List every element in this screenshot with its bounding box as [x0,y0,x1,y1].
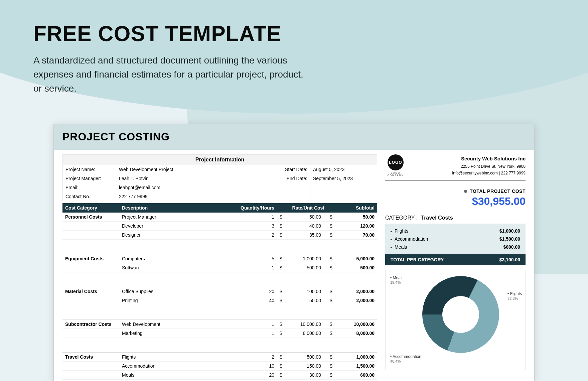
cell-desc: Web Development [119,320,237,329]
cell-category: Personnel Costs [62,213,119,222]
cell-currency: $ [277,263,287,272]
cell-category [62,263,119,272]
tpc-label: TOTAL PROJECT COST [470,188,526,194]
cell-qty: 40 [237,296,277,305]
focus-label: CATEGORY : [385,215,418,221]
table-row: Accommodation10$150.00$1,500.00 [62,362,377,371]
cell-subtotal: 2,000.00 [337,296,377,305]
th-sub: Subtotal [327,203,377,213]
cell-subtotal: 5,000.00 [337,254,377,263]
total-per-category: TOTAL PER CATEGORY $3,100.00 [385,254,526,265]
cell-qty: 2 [237,231,277,240]
cost-table: Cost Category Description Quantity/Hours… [62,203,377,381]
cell-subtotal: 50.00 [337,213,377,222]
pi-label: Project Manager: [63,174,116,183]
th-category: Cost Category [62,203,119,213]
cell-subtotal: 600.00 [337,371,377,380]
table-row: Personnel CostsProject Manager1$50.00$50… [62,213,377,222]
cell-qty: 1 [237,213,277,222]
table-row: Designer2$35.00$70.00 [62,231,377,240]
cell-subtotal: 120.00 [337,222,377,231]
pi-value: 222 777 9999 [116,192,250,201]
group-spacer [62,305,377,320]
pi-label: Email: [63,183,116,192]
cell-desc: Printing [119,296,237,305]
cell-category [62,231,119,240]
focus-name: Travel Costs [421,215,453,221]
pi-value: Web Development Project [116,165,250,174]
cell-currency: $ [327,296,337,305]
cell-category [62,222,119,231]
cell-rate: 1,000.00 [287,254,327,263]
cell-qty: 2 [237,353,277,362]
group-spacer [62,338,377,353]
project-info-title: Project Information [62,154,377,165]
sheet-title: PROJECT COSTING [62,131,526,143]
breakdown-row: Accommodation$1,500.00 [391,235,520,243]
chart-label-flights: • Flights 32.3% [507,291,522,301]
table-row: Printing40$50.00$2,000.00 [62,296,377,305]
cell-desc: Accommodation [119,362,237,371]
cell-category [62,371,119,380]
cell-currency: $ [327,320,337,329]
table-row: Material CostsOffice Supplies20$100.00$2… [62,287,377,296]
pi-value: leahpot@email.com [116,183,250,192]
cell-rate: 10,000.00 [287,320,327,329]
cell-qty: 5 [237,254,277,263]
total-project-cost: TOTAL PROJECT COST $30,955.00 [385,188,526,208]
cell-currency: $ [277,213,287,222]
cell-desc: Computers [119,254,237,263]
company-name: Security Web Solutions Inc [411,154,526,163]
group-spacer [62,272,377,287]
th-qty: Quantity/Hours [237,203,277,213]
pi-value2: August 5, 2023 [310,165,377,174]
cell-subtotal: 1,000.00 [337,353,377,362]
company-header: LOGO LOGO COMPANY Security Web Solutions… [385,154,526,180]
cell-rate: 30.00 [287,371,327,380]
pi-value2 [310,183,377,192]
cell-qty: 3 [237,222,277,231]
cell-category: Equipment Costs [62,254,119,263]
cell-rate: 8,000.00 [287,329,327,338]
cell-currency: $ [277,222,287,231]
cell-category [62,362,119,371]
cell-currency: $ [327,213,337,222]
cell-category [62,329,119,338]
cell-category [62,296,119,305]
chart-label-accom: • Accommodation 48.4% [390,354,421,364]
table-row: Travel CostsFlights2$500.00$1,000.00 [62,353,377,362]
cell-currency: $ [327,222,337,231]
project-info-table: Project Name:Web Development ProjectStar… [62,165,377,201]
cell-currency: $ [327,231,337,240]
cell-rate: 500.00 [287,263,327,272]
cell-qty: 1 [237,263,277,272]
cell-subtotal: 1,500.00 [337,362,377,371]
breakdown-row: Flights$1,000.00 [391,227,520,235]
cell-qty: 1 [237,320,277,329]
summary-panel: LOGO LOGO COMPANY Security Web Solutions… [385,154,526,381]
pi-label2 [250,192,310,201]
pi-label: Project Name: [63,165,116,174]
table-row: Subcontractor CostsWeb Development1$10,0… [62,320,377,329]
company-contact: info@securitywebinc.com | 222 777 9999 [411,170,526,176]
cell-category: Material Costs [62,287,119,296]
sheet-title-bar: PROJECT COSTING [54,124,534,150]
logo-block: LOGO LOGO COMPANY [385,154,406,176]
category-breakdown: Flights$1,000.00Accommodation$1,500.00Me… [385,224,526,254]
cell-category: Travel Costs [62,353,119,362]
pi-label2: Start Date: [250,165,310,174]
cell-desc: Office Supplies [119,287,237,296]
cell-currency: $ [277,329,287,338]
cell-subtotal: 70.00 [337,231,377,240]
cell-rate: 500.00 [287,353,327,362]
chart-label-meals: • Meals 19.4% [390,275,404,285]
cell-rate: 35.00 [287,231,327,240]
cell-subtotal: 10,000.00 [337,320,377,329]
cell-subtotal: 2,000.00 [337,287,377,296]
cell-subtotal: 8,000.00 [337,329,377,338]
donut-chart: • Meals 19.4% • Flights 32.3% • Accommod… [385,270,526,370]
cell-rate: 40.00 [287,222,327,231]
cell-currency: $ [327,254,337,263]
company-info: Security Web Solutions Inc 2255 Point Dr… [411,154,526,176]
cell-currency: $ [327,362,337,371]
